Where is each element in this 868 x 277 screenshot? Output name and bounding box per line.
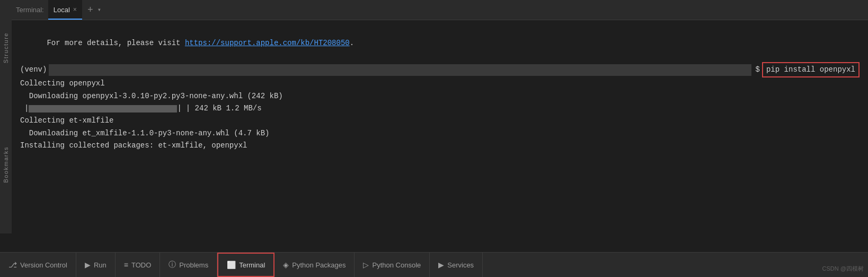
- python-console-label: Python Console: [372, 261, 421, 269]
- sidebar-structure[interactable]: Structure: [0, 0, 12, 96]
- terminal-line-5: Installing collected packages: et-xmlfil…: [20, 140, 860, 152]
- version-control-label: Version Control: [20, 261, 67, 269]
- terminal-prompt-prefix: (venv): [20, 64, 47, 75]
- progress-bar: [29, 105, 177, 112]
- run-icon: ▶: [85, 261, 91, 269]
- terminal-command: pip install openpyxl: [762, 62, 860, 77]
- problems-label: Problems: [179, 261, 208, 269]
- terminal-line-2: Downloading openpyxl-3.0.10-py2.py3-none…: [20, 90, 860, 103]
- terminal-line-1: Collecting openpyxl: [20, 77, 860, 90]
- bottom-tab-run[interactable]: ▶Run: [76, 253, 116, 277]
- todo-label: TODO: [131, 261, 151, 269]
- bottom-tab-python-console[interactable]: ▷Python Console: [355, 253, 430, 277]
- terminal-tab-local-label: Local: [54, 6, 70, 14]
- terminal-prompt-dollar: $: [756, 64, 760, 75]
- terminal-link-suffix: .: [350, 39, 354, 47]
- terminal-progress-line: | | | 242 kB 1.2 MB/s: [20, 102, 860, 114]
- python-packages-icon: ◈: [283, 261, 289, 269]
- terminal-tab-close-icon[interactable]: ×: [73, 6, 77, 14]
- terminal-link[interactable]: https://support.apple.com/kb/HT208050: [185, 39, 350, 47]
- bottom-tab-problems[interactable]: ⓘProblems: [160, 253, 217, 277]
- progress-pipe-left: |: [24, 102, 29, 114]
- run-label: Run: [94, 261, 107, 269]
- services-label: Services: [447, 261, 474, 269]
- terminal-command-line: (venv) $ pip install openpyxl: [20, 62, 860, 77]
- terminal-label: Terminal: [239, 261, 265, 269]
- terminal-tab-local[interactable]: Local ×: [48, 0, 82, 20]
- bookmarks-label: Bookmarks: [3, 146, 9, 183]
- terminal-line-3: Collecting et-xmlfile: [20, 115, 860, 127]
- terminal-label: Terminal:: [16, 6, 44, 14]
- terminal-prompt-path: [49, 64, 751, 76]
- bottom-tab-version-control[interactable]: ⎇Version Control: [0, 253, 76, 277]
- services-icon: ▶: [438, 261, 444, 269]
- terminal-icon: ⬜: [227, 261, 236, 269]
- bottom-toolbar: ⎇Version Control▶Run≡TODOⓘProblems⬜Termi…: [0, 252, 868, 277]
- bottom-tab-todo[interactable]: ≡TODO: [116, 253, 161, 277]
- bottom-tab-python-packages[interactable]: ◈Python Packages: [274, 253, 355, 277]
- python-packages-label: Python Packages: [292, 261, 346, 269]
- terminal-info-line: For more details, please visit https://s…: [20, 24, 860, 62]
- terminal-tab-dropdown-icon[interactable]: ▾: [98, 6, 101, 14]
- python-console-icon: ▷: [363, 261, 369, 269]
- version-control-icon: ⎇: [8, 261, 17, 269]
- terminal-tab-bar: Terminal: Local × + ▾: [12, 0, 868, 20]
- terminal-line-4: Downloading et_xmlfile-1.1.0-py3-none-an…: [20, 127, 860, 140]
- bottom-tab-terminal[interactable]: ⬜Terminal: [217, 253, 274, 277]
- bottom-tab-services[interactable]: ▶Services: [430, 253, 483, 277]
- todo-icon: ≡: [124, 261, 128, 269]
- terminal-info-text: For more details, please visit: [47, 39, 184, 47]
- progress-pipe-right: |: [177, 102, 181, 114]
- terminal-container: Terminal: Local × + ▾ For more details, …: [12, 0, 868, 252]
- progress-info: | 242 kB 1.2 MB/s: [186, 102, 262, 114]
- terminal-tab-add-icon[interactable]: +: [84, 5, 96, 15]
- terminal-output: For more details, please visit https://s…: [12, 20, 868, 252]
- bottom-tabs: ⎇Version Control▶Run≡TODOⓘProblems⬜Termi…: [0, 253, 483, 277]
- structure-label: Structure: [3, 32, 9, 63]
- sidebar-bookmarks[interactable]: Bookmarks: [0, 96, 12, 233]
- watermark: CSDN @四模树: [822, 265, 864, 273]
- problems-icon: ⓘ: [169, 260, 176, 270]
